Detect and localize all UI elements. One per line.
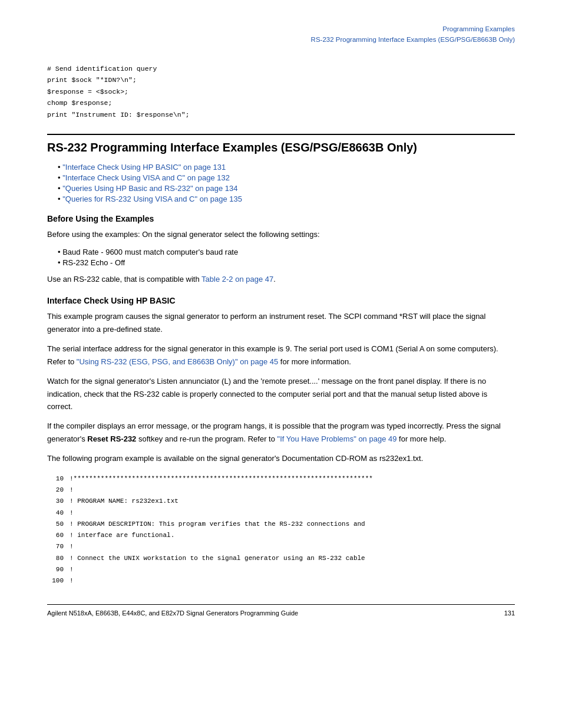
para4-post: for more help.: [396, 434, 446, 443]
prog-line-60: 60 ! interface are functional.: [47, 530, 515, 541]
before-text: Before using the examples: On the signal…: [47, 228, 515, 241]
bullet-echo: RS-232 Echo - Off: [58, 258, 515, 267]
interface-subsection-title: Interface Check Using HP BASIC: [47, 296, 515, 305]
prog-line-100: 100 !: [47, 575, 515, 587]
breadcrumb-line2: RS-232 Programming Interface Examples (E…: [311, 36, 515, 43]
code-line-2: print $sock "*IDN?\n";: [47, 74, 515, 86]
rs232-cable-text: Use an RS-232 cable, that is compatible …: [47, 273, 515, 285]
interface-para5: The following program example is availab…: [47, 452, 515, 465]
prog-line-80: 80 ! Connect the UNIX workstation to the…: [47, 553, 515, 564]
toc-link-4[interactable]: "Queries for RS-232 Using VISA and C" on…: [62, 195, 242, 203]
para2-link[interactable]: "Using RS-232 (ESG, PSG, and E8663B Only…: [77, 357, 278, 366]
para4-mid: softkey and re-run the program. Refer to: [136, 434, 277, 443]
breadcrumb: Programming Examples RS-232 Programming …: [47, 24, 515, 45]
rs232-cable-post: .: [273, 275, 276, 284]
interface-para1: This example program causes the signal g…: [47, 310, 515, 335]
interface-para4: If the compiler displays an error messag…: [47, 420, 515, 445]
toc-item-4: "Queries for RS-232 Using VISA and C" on…: [58, 195, 515, 203]
footer-left: Agilent N518xA, E8663B, E44x8C, and E82x…: [47, 610, 298, 617]
interface-para3: Watch for the signal generator's Listen …: [47, 375, 515, 413]
toc-list: "Interface Check Using HP BASIC" on page…: [58, 163, 515, 203]
rs232-cable-link[interactable]: Table 2-2 on page 47: [201, 275, 273, 284]
prog-line-20: 20 !: [47, 485, 515, 496]
before-bullets: Baud Rate - 9600 must match computer's b…: [58, 248, 515, 267]
para2-post: for more information.: [278, 357, 351, 366]
code-line-4: chomp $response;: [47, 97, 515, 109]
breadcrumb-line1: Programming Examples: [442, 25, 515, 32]
prog-line-30: 30 ! PROGRAM NAME: rs232ex1.txt: [47, 496, 515, 507]
toc-item-2: "Interface Check Using VISA and C" on pa…: [58, 173, 515, 182]
bullet-baud: Baud Rate - 9600 must match computer's b…: [58, 248, 515, 256]
footer: Agilent N518xA, E8663B, E44x8C, and E82x…: [47, 604, 515, 617]
code-line-3: $response = <$sock>;: [47, 86, 515, 98]
toc-link-1[interactable]: "Interface Check Using HP BASIC" on page…: [62, 163, 226, 172]
toc-link-3[interactable]: "Queries Using HP Basic and RS-232" on p…: [62, 184, 237, 193]
code-top-block: # Send identification query print $sock …: [47, 63, 515, 121]
footer-page: 131: [504, 610, 515, 617]
prog-line-40: 40 !: [47, 508, 515, 519]
page: Programming Examples RS-232 Programming …: [0, 0, 562, 728]
rs232-cable-pre: Use an RS-232 cable, that is compatible …: [47, 275, 201, 284]
prog-line-10: 10 !************************************…: [47, 473, 515, 485]
main-section-title: RS-232 Programming Interface Examples (E…: [47, 134, 515, 154]
toc-item-1: "Interface Check Using HP BASIC" on page…: [58, 163, 515, 172]
toc-link-2[interactable]: "Interface Check Using VISA and C" on pa…: [62, 173, 230, 182]
code-line-1: # Send identification query: [47, 63, 515, 75]
program-code-block: 10 !************************************…: [47, 473, 515, 587]
prog-line-70: 70 !: [47, 541, 515, 552]
para4-bold: Reset RS-232: [87, 434, 136, 443]
before-subsection-title: Before Using the Examples: [47, 214, 515, 223]
code-line-5: print "Instrument ID: $response\n";: [47, 109, 515, 121]
prog-line-90: 90 !: [47, 564, 515, 575]
interface-para2: The serial interface address for the sig…: [47, 342, 515, 368]
toc-item-3: "Queries Using HP Basic and RS-232" on p…: [58, 184, 515, 193]
para4-link[interactable]: "If You Have Problems" on page 49: [277, 434, 397, 443]
prog-line-50: 50 ! PROGRAM DESCRIPTION: This program v…: [47, 519, 515, 530]
